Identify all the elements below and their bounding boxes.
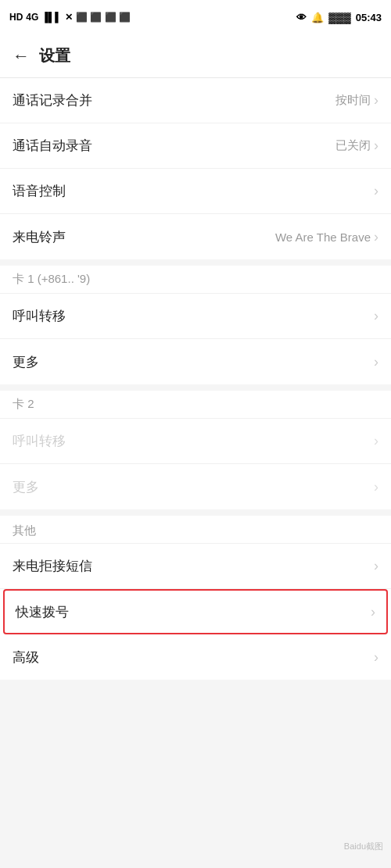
chevron-icon: › [374,479,378,495]
voice-control-right: › [374,183,378,199]
ringtone-label: 来电铃声 [13,228,66,246]
advanced-item[interactable]: 高级 › [0,634,391,680]
more-2-right: › [374,479,378,495]
divider [0,384,391,391]
speed-dial-item[interactable]: 快速拨号 › [3,589,388,634]
reject-sms-item[interactable]: 来电拒接短信 › [0,544,391,589]
chevron-icon: › [374,649,378,666]
more-1-item[interactable]: 更多 › [0,339,391,384]
chevron-icon: › [374,308,378,324]
chevron-icon: › [374,558,378,574]
chevron-icon: › [374,183,378,199]
auto-record-value: 已关闭 [335,138,371,153]
advanced-right: › [374,649,378,666]
watermark: Baidu截图 [344,841,383,852]
bell-icon: 🔔 [311,12,324,23]
auto-record-right: 已关闭 › [335,138,378,154]
speed-dial-label: 快速拨号 [16,603,69,621]
chevron-icon: › [374,433,378,449]
chevron-icon: › [371,604,375,620]
call-forward-1-right: › [374,308,378,324]
other-label: 其他 [0,516,391,544]
sim2-header: 卡 2 [0,391,391,419]
signal-4g: 4G [26,12,38,23]
ringtone-value: We Are The Brave [275,230,371,244]
reject-sms-right: › [374,558,378,574]
voice-control-label: 语音控制 [13,182,66,200]
page-header: ← 设置 [0,34,391,78]
call-merge-value: 按时间 [335,93,371,108]
battery-icon: ▓▓▓ [328,12,350,23]
divider2 [0,509,391,516]
reject-sms-label: 来电拒接短信 [13,557,92,575]
voice-control-item[interactable]: 语音控制 › [0,169,391,214]
auto-record-label: 通话自动录音 [13,137,92,155]
settings-content: 通话记录合并 按时间 › 通话自动录音 已关闭 › 语音控制 › 来电铃声 We… [0,78,391,868]
page-title: 设置 [39,45,70,66]
time: 05:43 [356,12,382,23]
sim2-section: 卡 2 呼叫转移 › 更多 › [0,391,391,509]
extra-icons: ⬛ ⬛ ⬛ ⬛ [76,12,131,23]
back-button[interactable]: ← [13,46,30,66]
call-merge-right: 按时间 › [335,92,378,109]
call-forward-2-label: 呼叫转移 [13,432,66,450]
call-forward-1-item[interactable]: 呼叫转移 › [0,294,391,339]
chevron-icon: › [374,92,378,109]
more-2-label: 更多 [13,478,39,496]
sim1-header: 卡 1 (+861.. '9) [0,266,391,294]
status-right: 👁 🔔 ▓▓▓ 05:43 [296,12,382,23]
sim1-section: 卡 1 (+861.. '9) 呼叫转移 › 更多 › [0,266,391,384]
ringtone-item[interactable]: 来电铃声 We Are The Brave › [0,214,391,259]
more-1-label: 更多 [13,353,39,371]
hd-badge: HD [9,12,23,23]
auto-record-item[interactable]: 通话自动录音 已关闭 › [0,123,391,169]
eye-icon: 👁 [296,12,307,23]
call-merge-label: 通话记录合并 [13,91,92,109]
advanced-label: 高级 [13,648,39,666]
other-section: 其他 来电拒接短信 › 快速拨号 › 高级 › [0,516,391,680]
chevron-icon: › [374,229,378,245]
wifi-icon: ✕ [65,12,73,23]
status-left: HD 4G ▐▌▌ ✕ ⬛ ⬛ ⬛ ⬛ [9,12,131,23]
chevron-icon: › [374,354,378,370]
call-merge-item[interactable]: 通话记录合并 按时间 › [0,78,391,123]
section-top: 通话记录合并 按时间 › 通话自动录音 已关闭 › 语音控制 › 来电铃声 We… [0,78,391,259]
more-2-item[interactable]: 更多 › [0,464,391,509]
chevron-icon: › [374,138,378,154]
status-bar: HD 4G ▐▌▌ ✕ ⬛ ⬛ ⬛ ⬛ 👁 🔔 ▓▓▓ 05:43 [0,0,391,34]
more-1-right: › [374,354,378,370]
signal-bars: ▐▌▌ [41,12,62,23]
ringtone-right: We Are The Brave › [275,229,378,245]
call-forward-2-right: › [374,433,378,449]
call-forward-2-item[interactable]: 呼叫转移 › [0,419,391,464]
call-forward-1-label: 呼叫转移 [13,307,66,325]
speed-dial-right: › [371,604,375,620]
